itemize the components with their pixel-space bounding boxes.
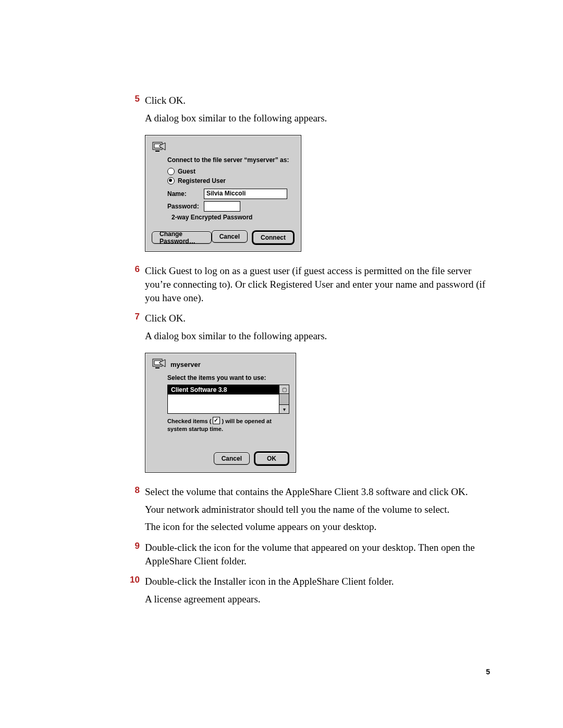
scrollbar[interactable]: ▢ ▾	[279, 385, 289, 413]
scroll-up-icon[interactable]: ▢	[279, 385, 289, 394]
connect-button[interactable]: Connect	[253, 231, 293, 244]
checkbox-icon	[213, 417, 220, 424]
connect-dialog: Connect to the file server “myserver” as…	[145, 135, 301, 252]
guest-radio[interactable]	[167, 168, 175, 175]
step-8-after1: Your network administrator should tell y…	[145, 503, 490, 516]
step-10: 10 Double-click the Installer icon in th…	[125, 575, 490, 610]
select-volumes-dialog: myserver Select the items you want to us…	[145, 353, 296, 473]
afp-icon	[152, 357, 167, 372]
name-label: Name:	[167, 190, 204, 198]
scroll-down-icon[interactable]: ▾	[279, 404, 289, 413]
step-number: 9	[125, 541, 145, 572]
step-7-after: A dialog box similar to the following ap…	[145, 329, 490, 343]
step-8-after2: The icon for the selected volume appears…	[145, 520, 490, 534]
password-label: Password:	[167, 203, 204, 210]
step-number: 7	[125, 312, 145, 347]
step-number: 5	[125, 94, 145, 129]
svg-rect-5	[155, 367, 160, 368]
step-8: 8 Select the volume that contains the Ap…	[125, 485, 490, 538]
step-5: 5 Click OK. A dialog box similar to the …	[125, 94, 490, 129]
name-field[interactable]: Silvia Miccoli	[204, 189, 287, 199]
encryption-note: 2-way Encrypted Password	[172, 214, 252, 221]
afp-icon	[152, 141, 167, 155]
connect-caption: Connect to the file server “myserver” as…	[167, 156, 295, 164]
cancel-button[interactable]: Cancel	[214, 452, 250, 465]
registered-radio[interactable]	[167, 177, 175, 184]
step-10-text: Double-click the Installer icon in the A…	[145, 575, 490, 588]
step-5-text: Click OK.	[145, 94, 490, 107]
step-number: 6	[125, 264, 145, 309]
step-5-after: A dialog box similar to the following ap…	[145, 112, 490, 125]
step-8-text: Select the volume that contains the Appl…	[145, 485, 490, 499]
server-name: myserver	[170, 361, 201, 368]
step-9-text: Double-click the icon for the volume tha…	[145, 541, 490, 567]
step-6: 6 Click Guest to log on as a guest user …	[125, 264, 490, 309]
step-number: 8	[125, 485, 145, 538]
svg-rect-2	[155, 151, 160, 152]
volumes-prompt: Select the items you want to use:	[167, 374, 289, 381]
step-6-text: Click Guest to log on as a guest user (i…	[145, 264, 490, 304]
cancel-button[interactable]: Cancel	[212, 230, 248, 243]
step-7: 7 Click OK. A dialog box similar to the …	[125, 312, 490, 347]
step-10-after: A license agreement appears.	[145, 593, 490, 606]
volumes-listbox[interactable]: Client Software 3.8 ▢ ▾	[167, 385, 289, 414]
step-number: 10	[125, 575, 145, 610]
change-password-button[interactable]: Change Password…	[152, 231, 212, 244]
page-number: 5	[486, 668, 490, 676]
registered-label: Registered User	[178, 177, 226, 184]
startup-hint: Checked items ( ) will be opened at syst…	[167, 417, 289, 433]
password-field[interactable]	[204, 201, 240, 212]
guest-label: Guest	[178, 168, 195, 175]
list-item[interactable]: Client Software 3.8	[168, 385, 279, 394]
ok-button[interactable]: OK	[255, 452, 288, 465]
step-7-text: Click OK.	[145, 312, 490, 325]
step-9: 9 Double-click the icon for the volume t…	[125, 541, 490, 572]
